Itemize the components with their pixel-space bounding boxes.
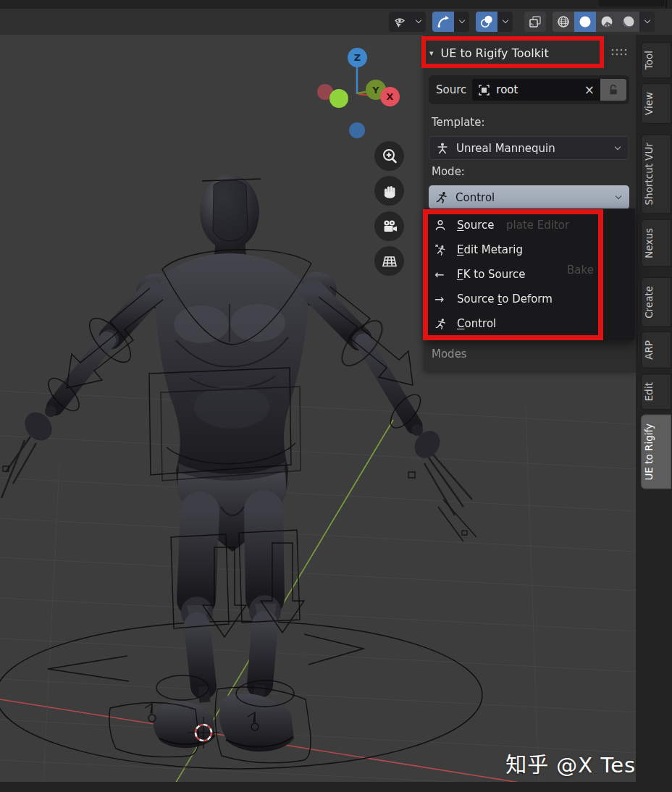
mode-value: Control: [455, 191, 616, 204]
wireframe-sphere-icon: [556, 14, 571, 29]
mode-label: Mode:: [432, 165, 465, 178]
source-field-label: Sourc: [436, 83, 466, 96]
solid-sphere-icon: [578, 14, 592, 29]
panel-collapse-icon[interactable]: ▾: [429, 49, 434, 58]
rendered-sphere-icon: [621, 14, 636, 29]
visibility-button[interactable]: [389, 12, 411, 32]
panel-grip-icon[interactable]: [611, 48, 627, 56]
shading-solid-button[interactable]: [574, 12, 596, 32]
mode-dropdown[interactable]: Control: [429, 185, 629, 209]
menu-item-source-to-deform[interactable]: → Source to Deform: [425, 287, 635, 311]
sidebar-tab-strip: Tool View Shortcut VUr Nexus Create ARP …: [636, 35, 672, 782]
menu-item-edit-metarig[interactable]: Edit Metarig: [425, 237, 635, 262]
source-object-field[interactable]: root ×: [472, 79, 600, 101]
tab-nexus[interactable]: Nexus: [641, 219, 671, 267]
chevron-down-icon: [615, 143, 621, 149]
menu-item-label: Control: [457, 317, 496, 330]
clear-source-icon[interactable]: ×: [584, 84, 595, 96]
tab-tool[interactable]: Tool: [641, 42, 671, 78]
floor-grid: [0, 391, 636, 791]
overlays-dropdown[interactable]: [497, 12, 513, 32]
orthographic-grid-icon: [381, 253, 398, 270]
source-object-name: root: [496, 83, 578, 96]
nav-gizmo-neg-z-axis[interactable]: [349, 122, 365, 138]
gizmos-dropdown[interactable]: [454, 12, 469, 32]
menu-item-source[interactable]: Source: [425, 213, 635, 237]
chevron-down-icon: [502, 17, 508, 23]
visibility-dropdown[interactable]: [411, 12, 426, 32]
eye-cursor-icon: [392, 15, 407, 29]
nav-gizmo-x-axis[interactable]: X: [380, 87, 400, 106]
menu-item-fk-to-source[interactable]: ← FK to Source: [425, 262, 635, 287]
show-overlays-toggle[interactable]: [476, 12, 497, 32]
chevron-down-icon: [415, 17, 421, 23]
gizmo-x-label: X: [386, 91, 393, 102]
running-figure-icon: [434, 318, 452, 330]
unlock-icon: [607, 83, 620, 96]
menu-item-control[interactable]: Control: [425, 311, 635, 336]
blender-viewport-screenshot: Z Y X 知乎 @X Tesla: [0, 0, 672, 792]
zoom-icon: [381, 148, 398, 165]
orthographic-toggle-button[interactable]: [374, 246, 404, 276]
shading-rendered-button[interactable]: [618, 12, 639, 32]
chevron-down-icon: [644, 17, 650, 23]
ue-to-rigify-panel: ▾ UE to Rigify Toolkit Sourc root ×: [424, 35, 636, 373]
xray-icon: [528, 14, 542, 29]
running-figure-icon: [435, 191, 448, 204]
material-sphere-icon: [600, 14, 614, 29]
menu-item-label: Edit Metarig: [457, 243, 523, 256]
template-dropdown[interactable]: Unreal Mannequin: [429, 136, 629, 160]
tab-shortcut-vur[interactable]: Shortcut VUr: [641, 134, 671, 214]
show-gizmos-toggle[interactable]: [432, 12, 454, 32]
tab-arp[interactable]: ARP: [641, 332, 671, 368]
gizmo-y-label: Y: [372, 85, 379, 96]
shading-mode-group: [553, 12, 655, 32]
tab-view[interactable]: View: [641, 83, 671, 124]
menu-item-label: Source to Deform: [457, 292, 553, 306]
object-data-icon: [478, 84, 490, 96]
tab-create[interactable]: Create: [641, 277, 671, 327]
tab-ue-to-rigify[interactable]: UE to Rigify: [641, 415, 671, 489]
shading-dropdown[interactable]: [639, 12, 655, 32]
pan-hand-icon: [381, 182, 398, 200]
edit-figure-icon: [434, 244, 452, 256]
mannequin-figure-icon: [436, 142, 449, 155]
panel-title: UE to Rigify Toolkit: [441, 46, 549, 60]
gizmos-group: [432, 12, 469, 32]
mode-dropdown-menu: plate Editor Bake Source: [425, 208, 635, 340]
top-corner-divider: [665, 0, 667, 8]
top-strip: [0, 0, 672, 9]
nav-gizmo-neg-y-axis[interactable]: [329, 89, 348, 108]
viewport-header-bar: [0, 9, 672, 35]
shading-material-button[interactable]: [596, 12, 618, 32]
visibility-group: [389, 12, 426, 32]
camera-view-button[interactable]: [374, 211, 404, 241]
source-object-row: Sourc root ×: [429, 75, 629, 104]
pan-button[interactable]: [374, 176, 404, 206]
camera-icon: [381, 218, 398, 235]
shading-wireframe-button[interactable]: [553, 12, 574, 32]
arrow-right-icon: →: [434, 292, 452, 306]
tab-edit[interactable]: Edit: [641, 374, 671, 410]
gizmo-z-label: Z: [354, 52, 361, 63]
fake-user-lock-button[interactable]: [600, 79, 626, 101]
bottom-strip: [0, 782, 672, 792]
person-icon: [434, 219, 452, 231]
panel-header[interactable]: ▾ UE to Rigify Toolkit: [424, 39, 636, 67]
modes-footer-label: Modes: [432, 347, 467, 361]
top-corner-element: [598, 0, 665, 7]
overlays-group: [476, 12, 513, 32]
nav-gizmo-z-axis[interactable]: Z: [348, 48, 367, 67]
arrow-left-icon: ←: [434, 268, 452, 282]
chevron-down-icon: [458, 17, 464, 23]
menu-item-label: FK to Source: [457, 268, 526, 281]
gizmo-icon: [436, 14, 450, 29]
template-value: Unreal Mannequin: [456, 142, 616, 155]
template-label: Template:: [432, 116, 485, 129]
menu-item-label: Source: [457, 219, 495, 232]
zoom-button[interactable]: [374, 141, 404, 171]
toggle-xray-button[interactable]: [524, 12, 546, 32]
chevron-down-icon: [616, 193, 621, 198]
zhihu-watermark: 知乎 @X Tesla: [505, 748, 656, 778]
overlays-icon: [479, 14, 494, 29]
